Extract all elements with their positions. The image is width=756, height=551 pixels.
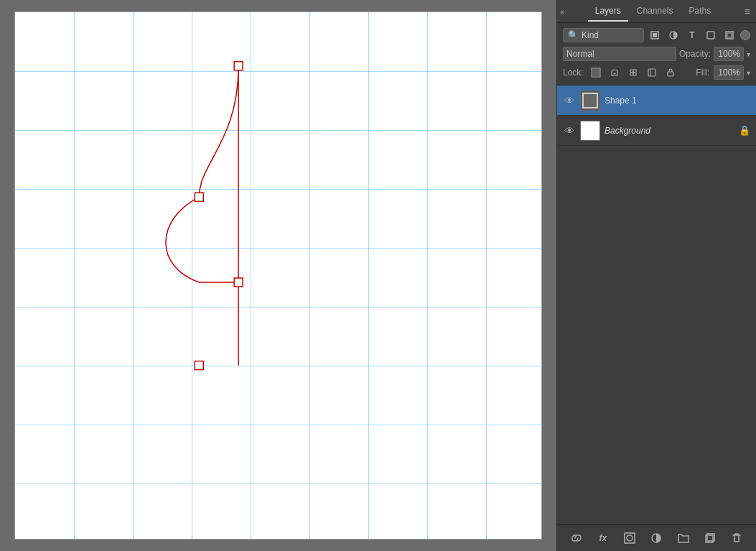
svg-rect-19 bbox=[582, 122, 599, 139]
grid-v-3 bbox=[192, 12, 192, 539]
grid-h-1 bbox=[15, 71, 541, 72]
fill-label: Fill: bbox=[696, 68, 709, 78]
lock-label: Lock: bbox=[563, 68, 584, 78]
new-layer-button[interactable] bbox=[701, 529, 719, 547]
grid-lines bbox=[15, 12, 541, 539]
layers-list: 👁 Shape 1 👁 Background 🔒 bbox=[557, 85, 756, 305]
fill-dropdown-arrow[interactable]: ▾ bbox=[747, 69, 750, 77]
layer-thumb-background bbox=[580, 121, 600, 141]
panel-tabs: Layers Channels Paths bbox=[588, 1, 718, 22]
kind-search[interactable]: 🔍 Kind bbox=[563, 28, 644, 42]
kind-row: 🔍 Kind T bbox=[563, 27, 750, 43]
svg-rect-2 bbox=[234, 278, 243, 287]
panel-menu-icon[interactable]: ≡ bbox=[742, 3, 753, 20]
lock-artboards-icon[interactable] bbox=[644, 65, 660, 80]
search-icon: 🔍 bbox=[568, 30, 579, 40]
filter-adjustment-icon[interactable] bbox=[666, 27, 681, 43]
layer-name-shape1: Shape 1 bbox=[605, 96, 750, 106]
grid-h-2 bbox=[15, 130, 541, 131]
filter-type-icon[interactable]: T bbox=[684, 27, 700, 43]
link-layers-button[interactable] bbox=[568, 529, 585, 547]
tab-paths[interactable]: Paths bbox=[682, 1, 719, 22]
grid-h-7 bbox=[15, 425, 541, 425]
svg-rect-14 bbox=[648, 69, 655, 76]
svg-rect-16 bbox=[668, 72, 673, 76]
grid-v-7 bbox=[427, 12, 428, 539]
svg-rect-5 bbox=[653, 33, 657, 37]
lock-position-icon[interactable] bbox=[625, 65, 641, 80]
svg-point-21 bbox=[627, 535, 633, 541]
panel-footer: fx bbox=[557, 524, 756, 551]
kind-label: Kind bbox=[582, 30, 599, 40]
svg-rect-3 bbox=[195, 361, 203, 370]
layer-item-shape1[interactable]: 👁 Shape 1 bbox=[557, 85, 756, 116]
blend-opacity-row: Normal Dissolve Multiply Screen Overlay … bbox=[563, 47, 750, 61]
panel-controls: 🔍 Kind T Normal D bbox=[557, 23, 756, 85]
panel-collapse[interactable]: « bbox=[560, 7, 564, 16]
shape-svg bbox=[15, 12, 541, 539]
grid-h-6 bbox=[15, 366, 541, 366]
panel-header: « Layers Channels Paths ≡ bbox=[557, 0, 756, 23]
opacity-label: Opacity: bbox=[679, 49, 711, 59]
lock-row: Lock: Fill: ▾ bbox=[563, 65, 750, 80]
lock-pixels-icon[interactable] bbox=[588, 65, 604, 80]
layer-name-background: Background bbox=[605, 126, 734, 136]
delete-layer-button[interactable] bbox=[728, 529, 745, 547]
fill-input[interactable] bbox=[714, 65, 744, 80]
grid-v-6 bbox=[368, 12, 369, 539]
layer-item-background[interactable]: 👁 Background 🔒 bbox=[557, 116, 756, 146]
svg-rect-17 bbox=[582, 92, 599, 109]
lock-image-icon[interactable] bbox=[607, 65, 622, 80]
grid-v-4 bbox=[251, 12, 251, 539]
layer-lock-icon-background: 🔒 bbox=[739, 125, 750, 136]
blend-mode-select[interactable]: Normal Dissolve Multiply Screen Overlay bbox=[563, 47, 676, 61]
tab-layers[interactable]: Layers bbox=[588, 1, 628, 22]
collapse-icon: « bbox=[560, 7, 564, 16]
layer-effects-button[interactable]: fx bbox=[594, 529, 612, 547]
add-adjustment-button[interactable] bbox=[648, 529, 665, 547]
svg-rect-1 bbox=[195, 193, 203, 201]
svg-rect-7 bbox=[707, 32, 714, 39]
opacity-dropdown-arrow[interactable]: ▾ bbox=[747, 50, 750, 58]
svg-rect-20 bbox=[625, 533, 635, 543]
filter-toggle-icon[interactable] bbox=[740, 30, 750, 40]
filter-shape-icon[interactable] bbox=[703, 27, 719, 43]
panel-spacer bbox=[557, 305, 756, 525]
svg-point-12 bbox=[613, 73, 615, 74]
filter-pixel-icon[interactable] bbox=[647, 27, 663, 43]
lock-all-icon[interactable] bbox=[663, 65, 678, 80]
svg-rect-10 bbox=[592, 69, 599, 76]
grid-h-8 bbox=[15, 483, 541, 484]
layer-thumb-shape1 bbox=[580, 91, 600, 111]
grid-h-4 bbox=[15, 248, 541, 249]
filter-smart-icon[interactable] bbox=[722, 27, 737, 43]
opacity-input[interactable] bbox=[714, 47, 744, 61]
grid-h-3 bbox=[15, 189, 541, 190]
visibility-eye-shape1[interactable]: 👁 bbox=[563, 94, 576, 107]
svg-rect-9 bbox=[727, 33, 732, 37]
grid-v-1 bbox=[74, 12, 75, 539]
grid-v-2 bbox=[133, 12, 134, 539]
grid-v-8 bbox=[486, 12, 487, 539]
canvas-wrapper bbox=[14, 11, 542, 540]
tab-channels[interactable]: Channels bbox=[630, 1, 681, 22]
opacity-control: Opacity: ▾ bbox=[679, 47, 750, 61]
add-mask-button[interactable] bbox=[621, 529, 638, 547]
grid-h-5 bbox=[15, 307, 541, 307]
grid-v-5 bbox=[309, 12, 310, 539]
svg-rect-0 bbox=[234, 62, 243, 70]
canvas-area bbox=[0, 0, 556, 551]
panels: « Layers Channels Paths ≡ 🔍 Kind T bbox=[556, 0, 756, 551]
group-layers-button[interactable] bbox=[675, 529, 692, 547]
visibility-eye-background[interactable]: 👁 bbox=[563, 124, 576, 137]
